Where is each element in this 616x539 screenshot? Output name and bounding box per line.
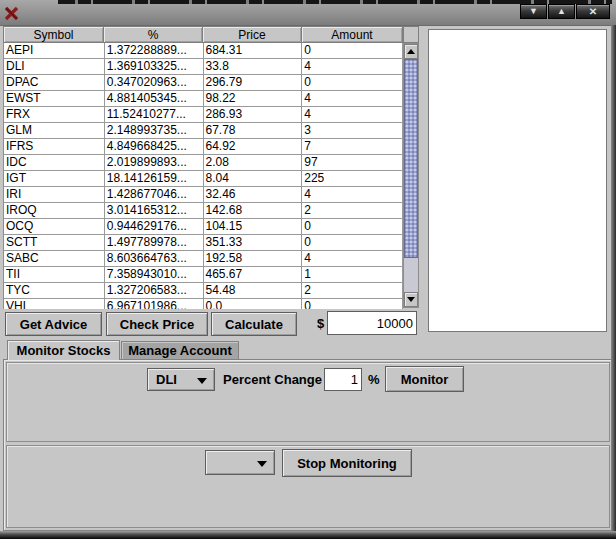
cell-percent: 1.327206583... [105, 283, 204, 299]
percent-unit-label: % [368, 372, 380, 387]
table-row[interactable]: TYC 1.327206583... 54.48 2 [4, 283, 403, 299]
cell-price: 2.08 [204, 155, 303, 171]
close-button[interactable]: ✕ [576, 4, 610, 19]
cell-symbol: GLM [4, 123, 105, 139]
maximize-button[interactable]: ▲ [548, 4, 575, 19]
column-header-symbol[interactable]: Symbol [3, 26, 104, 43]
cell-price: 67.78 [204, 123, 303, 139]
column-header-percent[interactable]: % [104, 26, 203, 43]
stop-monitoring-button[interactable]: Stop Monitoring [282, 449, 412, 477]
cell-amount: 97 [302, 155, 403, 171]
cell-price: 286.93 [204, 107, 303, 123]
monitored-stock-dropdown[interactable] [205, 450, 275, 475]
cell-amount: 0 [302, 299, 403, 309]
cell-percent: 4.881405345... [105, 91, 204, 107]
cell-percent: 1.428677046... [105, 187, 204, 203]
table-vertical-scrollbar[interactable] [403, 43, 419, 308]
cell-percent: 4.849668425... [105, 139, 204, 155]
cell-amount: 0 [302, 75, 403, 91]
cell-percent: 11.52410277... [105, 107, 204, 123]
scroll-down-button[interactable] [404, 292, 418, 307]
percent-change-field[interactable] [324, 368, 362, 391]
cell-amount: 1 [302, 267, 403, 283]
cash-amount-field[interactable] [327, 311, 417, 335]
monitor-button[interactable]: Monitor [385, 366, 464, 392]
cell-price: 296.79 [204, 75, 303, 91]
chevron-down-icon [257, 461, 267, 472]
table-row[interactable]: DPAC 0.347020963... 296.79 0 [4, 75, 403, 91]
stock-table-body: AEPI 1.372288889... 684.31 0 DLI 1.36910… [3, 43, 403, 309]
stock-select-value: DLI [156, 372, 177, 387]
cell-amount: 3 [302, 123, 403, 139]
cell-symbol: EWST [4, 91, 105, 107]
table-row[interactable]: VHL 6.967101986... 0.0 0 [4, 299, 403, 309]
table-row[interactable]: SCTT 1.497789978... 351.33 0 [4, 235, 403, 251]
cell-symbol: TII [4, 267, 105, 283]
cell-amount: 2 [302, 283, 403, 299]
cell-price: 0.0 [204, 299, 303, 309]
calculate-button[interactable]: Calculate [211, 312, 297, 336]
cell-price: 54.48 [204, 283, 303, 299]
scrollbar-thumb[interactable] [404, 59, 418, 258]
table-row[interactable]: GLM 2.148993735... 67.78 3 [4, 123, 403, 139]
cell-amount: 7 [302, 139, 403, 155]
table-row[interactable]: IDC 2.019899893... 2.08 97 [4, 155, 403, 171]
column-header-amount[interactable]: Amount [302, 26, 403, 43]
cell-price: 142.68 [204, 203, 303, 219]
cell-price: 32.46 [204, 187, 303, 203]
tab-manage-account[interactable]: Manage Account [121, 341, 239, 359]
cell-amount: 0 [302, 43, 403, 59]
table-row[interactable]: DLI 1.369103325... 33.8 4 [4, 59, 403, 75]
check-price-button[interactable]: Check Price [106, 312, 208, 336]
table-row[interactable]: IFRS 4.849668425... 64.92 7 [4, 139, 403, 155]
table-row[interactable]: AEPI 1.372288889... 684.31 0 [4, 43, 403, 59]
cell-percent: 6.967101986... [105, 299, 204, 309]
cell-amount: 4 [302, 187, 403, 203]
cell-symbol: IDC [4, 155, 105, 171]
cell-percent: 3.014165312... [105, 203, 204, 219]
cell-percent: 8.603664763... [105, 251, 204, 267]
cell-price: 684.31 [204, 43, 303, 59]
cell-amount: 225 [302, 171, 403, 187]
stock-table-header: Symbol % Price Amount [3, 26, 403, 43]
scroll-up-icon [407, 45, 415, 54]
table-row[interactable]: EWST 4.881405345... 98.22 4 [4, 91, 403, 107]
currency-label: $ [317, 316, 324, 331]
cell-amount: 0 [302, 219, 403, 235]
cell-symbol: OCQ [4, 219, 105, 235]
cell-amount: 4 [302, 91, 403, 107]
get-advice-button[interactable]: Get Advice [5, 312, 102, 336]
cell-symbol: IRI [4, 187, 105, 203]
cell-amount: 4 [302, 107, 403, 123]
tab-monitor-stocks[interactable]: Monitor Stocks [7, 340, 120, 360]
cell-symbol: SCTT [4, 235, 105, 251]
cell-percent: 7.358943010... [105, 267, 204, 283]
cell-percent: 0.347020963... [105, 75, 204, 91]
cell-amount: 2 [302, 203, 403, 219]
window-bottom-edge [0, 531, 616, 539]
app-frame-icon[interactable] [4, 6, 19, 21]
table-row[interactable]: IRI 1.428677046... 32.46 4 [4, 187, 403, 203]
minimize-button[interactable]: ▼ [520, 4, 547, 19]
cell-price: 8.04 [204, 171, 303, 187]
stock-select-dropdown[interactable]: DLI [147, 368, 215, 391]
cell-amount: 4 [302, 59, 403, 75]
percent-change-label: Percent Change [223, 372, 322, 387]
table-row[interactable]: TII 7.358943010... 465.67 1 [4, 267, 403, 283]
title-bar: ▼ ▲ ✕ [0, 0, 616, 26]
table-row[interactable]: IROQ 3.014165312... 142.68 2 [4, 203, 403, 219]
cell-symbol: IROQ [4, 203, 105, 219]
table-row[interactable]: OCQ 0.944629176... 104.15 0 [4, 219, 403, 235]
table-row[interactable]: FRX 11.52410277... 286.93 4 [4, 107, 403, 123]
cell-percent: 1.497789978... [105, 235, 204, 251]
scroll-up-button[interactable] [404, 44, 418, 59]
cell-price: 465.67 [204, 267, 303, 283]
cell-price: 192.58 [204, 251, 303, 267]
column-header-price[interactable]: Price [203, 26, 302, 43]
cell-price: 104.15 [204, 219, 303, 235]
maximize-icon: ▲ [557, 7, 566, 16]
output-text-area[interactable] [428, 29, 607, 332]
table-row[interactable]: IGT 18.14126159... 8.04 225 [4, 171, 403, 187]
table-row[interactable]: SABC 8.603664763... 192.58 4 [4, 251, 403, 267]
cell-amount: 0 [302, 235, 403, 251]
